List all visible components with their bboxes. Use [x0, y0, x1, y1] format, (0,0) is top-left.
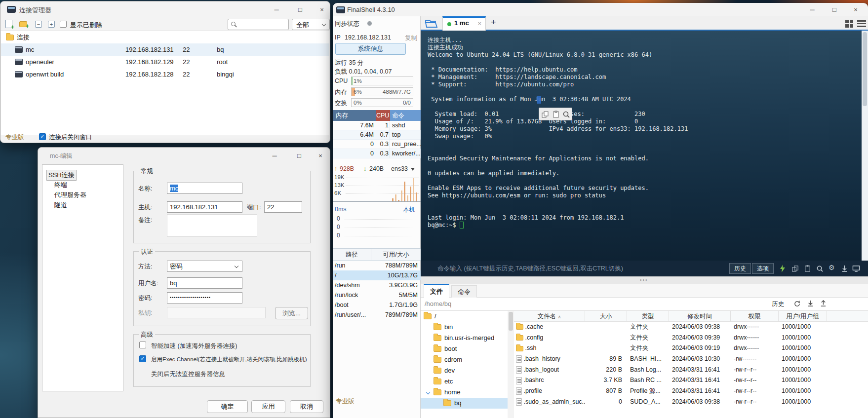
process-row[interactable]: 6.4M0.7top — [333, 130, 421, 140]
download-icon[interactable] — [807, 300, 814, 307]
remark-field[interactable] — [167, 214, 257, 237]
disk-row[interactable]: /run/lock5M/5M — [333, 290, 421, 300]
username-field[interactable]: bq — [167, 277, 242, 289]
tab-commands[interactable]: 命令 — [451, 285, 477, 298]
path-input[interactable]: /home/bq — [425, 300, 451, 307]
tree-item-home[interactable]: home — [421, 387, 508, 398]
file-row[interactable]: .bash_logout 220 B Bash Log... 2024/03/3… — [514, 365, 868, 376]
iface-name[interactable]: ens33 — [391, 165, 408, 172]
private-key-field[interactable] — [167, 307, 266, 318]
tree-item-dev[interactable]: dev — [421, 365, 508, 376]
tab-1-mc[interactable]: 1 mc × — [442, 16, 486, 31]
ok-button[interactable]: 确定 — [207, 400, 248, 413]
exec-channel-checkbox[interactable] — [139, 355, 146, 362]
file-history-button[interactable]: 历史 — [772, 300, 784, 308]
tree-scrollbar[interactable] — [508, 311, 514, 418]
new-connection-button[interactable] — [5, 20, 14, 29]
file-col-header[interactable]: 修改时间 — [669, 311, 731, 321]
file-col-header[interactable]: 文件名 ∧ — [514, 311, 585, 321]
smart-accel-checkbox[interactable] — [139, 342, 146, 348]
process-row[interactable]: 00.3kworker/... — [333, 149, 421, 158]
fs-minimize-button[interactable]: ─ — [805, 4, 820, 15]
process-col-header[interactable]: 命令 — [390, 110, 421, 121]
file-row[interactable]: .bash_history 89 B BASH_HI... 2024/06/03… — [514, 354, 868, 365]
show-deleted-checkbox[interactable] — [60, 21, 67, 28]
paste-icon[interactable] — [552, 111, 560, 118]
file-col-header[interactable]: 权限 — [731, 311, 779, 321]
tree-root[interactable]: 连接 — [1, 31, 329, 43]
browse-button[interactable]: 浏览... — [275, 307, 308, 319]
fs-close-button[interactable]: × — [848, 4, 863, 15]
filter-dropdown[interactable]: 全部 — [292, 19, 330, 30]
tree-item-boot[interactable]: boot — [421, 343, 508, 354]
host-field[interactable]: 192.168.182.131 — [167, 201, 242, 213]
port-field[interactable]: 22 — [264, 201, 302, 213]
new-tab-button[interactable]: + — [491, 17, 496, 28]
command-input[interactable]: 命令输入 (按ALT键提示历史,TAB键路径,ESC键返回,双击CTRL切换) — [437, 265, 623, 273]
disk-row[interactable]: /run/user/...789M/789M — [333, 310, 421, 320]
dialog-maximize-button[interactable]: □ — [292, 151, 307, 161]
dialog-nav-item[interactable]: SSH连接 — [42, 170, 123, 180]
connection-row[interactable]: openwrt build 192.168.182.128 22 bingqi — [1, 68, 329, 80]
new-folder-button[interactable] — [19, 20, 28, 29]
upload-icon[interactable] — [820, 300, 827, 307]
disk-row[interactable]: /boot1.7G/1.9G — [333, 300, 421, 310]
disk-row[interactable]: /10G/13.7G — [333, 270, 421, 280]
collapse-all-button[interactable]: − — [35, 20, 44, 29]
expand-all-button[interactable]: + — [48, 20, 57, 29]
disk-col-header[interactable]: 可用/大小 — [371, 249, 421, 260]
tree-item-bq[interactable]: bq — [421, 398, 508, 409]
gear-icon[interactable]: ⚙ — [829, 264, 835, 271]
file-row[interactable]: .bashrc 3.7 KB Bash RC ... 2024/03/31 16… — [514, 375, 868, 386]
cancel-button[interactable]: 取消 — [290, 400, 323, 413]
refresh-icon[interactable] — [793, 300, 801, 307]
file-row[interactable]: .profile 807 B Profile 源... 2024/03/31 1… — [514, 386, 868, 397]
close-after-connect-checkbox[interactable] — [39, 133, 46, 140]
file-col-header[interactable]: 类型 — [627, 311, 669, 321]
terminal[interactable]: 连接主机... 连接主机成功 Welcome to Ubuntu 24.04 L… — [421, 31, 868, 261]
connection-row[interactable]: mc 192.168.182.131 22 bq — [1, 43, 329, 56]
panel-splitter[interactable]: ••• — [421, 276, 868, 284]
lightning-icon[interactable] — [779, 265, 786, 272]
open-folder-icon[interactable] — [425, 18, 438, 29]
paste-icon[interactable] — [804, 265, 811, 272]
disk-row[interactable]: /run788M/789M — [333, 261, 421, 270]
terminal-scrollbar[interactable] — [862, 31, 868, 261]
tab-close-icon[interactable]: × — [477, 20, 481, 27]
tree-item-bin[interactable]: bin — [421, 322, 508, 333]
password-field[interactable]: •••••••••••••••••••• — [167, 292, 242, 304]
search-input[interactable] — [228, 19, 289, 30]
expand-arrow-icon[interactable] — [426, 390, 430, 394]
copy-icon[interactable] — [791, 265, 799, 272]
process-col-header[interactable]: 内存 — [333, 110, 376, 121]
process-row[interactable]: 7.6M1sshd — [333, 121, 421, 130]
monitor-icon[interactable] — [852, 265, 860, 272]
copy-ip-link[interactable]: 复制 — [405, 34, 417, 42]
file-row[interactable]: .ssh 文件夹 2024/06/03 09:19 drwx------ 100… — [514, 343, 868, 354]
history-button[interactable]: 历史 — [729, 263, 751, 274]
options-button[interactable]: 选项 — [752, 263, 774, 274]
iface-dropdown-icon[interactable] — [411, 168, 415, 171]
minimize-button[interactable]: ─ — [269, 4, 284, 15]
connection-row[interactable]: openeuler 192.168.182.129 22 root — [1, 56, 329, 68]
tree-item-binusrismerged[interactable]: bin.usr-is-merged — [421, 333, 508, 343]
file-row[interactable]: .config 文件夹 2024/06/03 09:39 drwx------ … — [514, 333, 868, 343]
tree-item-etc[interactable]: etc — [421, 376, 508, 387]
close-button[interactable]: × — [315, 4, 329, 15]
dialog-nav-item[interactable]: 隧道 — [42, 200, 123, 210]
method-select[interactable]: 密码 — [167, 261, 242, 272]
tab-files[interactable]: 文件 — [424, 284, 449, 298]
process-col-header[interactable]: CPU — [376, 110, 390, 121]
search-icon[interactable] — [562, 111, 570, 118]
name-field[interactable]: mc — [167, 183, 242, 194]
copy-icon[interactable] — [541, 111, 549, 118]
tree-item-cdrom[interactable]: cdrom — [421, 354, 508, 365]
menu-icon[interactable] — [857, 20, 866, 27]
maximize-button[interactable]: □ — [293, 4, 308, 15]
process-row[interactable]: 00.3rcu_pree... — [333, 140, 421, 149]
system-info-button[interactable]: 系统信息 — [335, 43, 406, 55]
search-icon[interactable] — [816, 265, 824, 272]
disk-row[interactable]: /dev/shm3.9G/3.9G — [333, 280, 421, 290]
download-icon[interactable] — [841, 265, 848, 272]
dialog-close-button[interactable]: × — [313, 151, 328, 161]
